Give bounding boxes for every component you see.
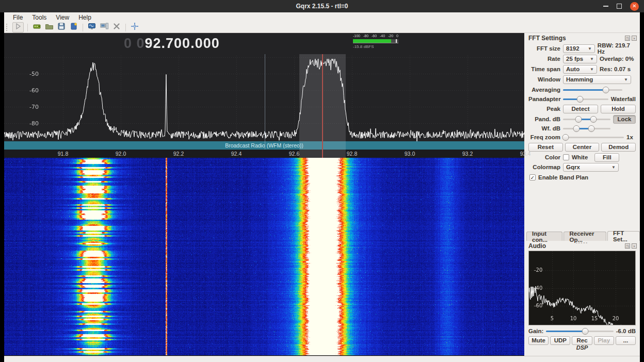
audio-options-button[interactable]: ... xyxy=(616,336,636,345)
audio-title: Audio xyxy=(528,242,623,250)
toolbar-separator xyxy=(27,24,28,31)
tab-input-controls[interactable]: Input con... xyxy=(526,232,562,241)
wf-db-range-slider[interactable] xyxy=(563,124,610,133)
toolbar-grip[interactable] xyxy=(6,24,9,31)
play-icon xyxy=(14,22,22,32)
chip-icon xyxy=(33,22,41,32)
signal-meter-value: -15.8 dBFS xyxy=(353,44,398,49)
freq-tick-label: 93.0 xyxy=(405,151,415,157)
signal-meter-peak-marker xyxy=(396,39,397,43)
freq-tick-label: 92.2 xyxy=(173,151,184,157)
window-select[interactable]: Hamming▼ xyxy=(563,75,631,84)
freq-tick-label: 92.0 xyxy=(116,151,126,157)
gain-label: Gain: xyxy=(528,328,543,334)
bandplan-bar[interactable]: Broadcast Radio (WFM (stereo)) xyxy=(4,141,524,150)
waterfall-display[interactable] xyxy=(4,158,524,355)
freq-tick-label: 93.2 xyxy=(462,151,473,157)
minimize-icon[interactable] xyxy=(603,6,608,7)
tools-button[interactable] xyxy=(111,23,122,32)
float-panel-icon[interactable]: ◳ xyxy=(625,36,630,41)
chevron-down-icon: ▼ xyxy=(624,77,628,82)
pand-db-range-slider[interactable] xyxy=(563,115,610,124)
remote-control-button[interactable] xyxy=(99,23,109,32)
color-label: Color xyxy=(528,154,560,160)
floppy-icon xyxy=(57,22,66,32)
tuning-line[interactable] xyxy=(322,54,323,158)
crossed-tools-icon xyxy=(112,22,121,32)
center-button[interactable] xyxy=(130,23,140,32)
open-button[interactable] xyxy=(44,23,54,32)
pand-db-lock-button[interactable]: Lock xyxy=(613,115,636,124)
freq-zoom-slider[interactable] xyxy=(563,133,624,142)
close-panel-icon[interactable]: × xyxy=(632,36,637,41)
signal-meter-scale: -100 -80 -60 -40 -20 0 xyxy=(353,34,398,38)
overlap-value: Overlap: 0% xyxy=(600,56,634,62)
spectrum-canvas[interactable] xyxy=(4,33,524,141)
rate-label: Rate xyxy=(528,56,560,62)
demod-button[interactable]: Demod xyxy=(601,143,636,152)
title-bar[interactable]: Gqrx 2.15.5 - rtl=0 ✕ xyxy=(0,0,644,12)
white-checkbox[interactable] xyxy=(563,154,569,160)
rate-select[interactable]: 25 fps▼ xyxy=(563,55,597,63)
enable-band-plan-checkbox[interactable]: ✓ xyxy=(529,174,536,180)
bookmark-icon xyxy=(70,22,78,32)
meter-tick: -20 xyxy=(388,34,393,38)
maximize-icon[interactable] xyxy=(617,4,622,9)
white-label: White xyxy=(572,154,588,160)
close-icon[interactable]: ✕ xyxy=(630,2,639,11)
menu-tools[interactable]: Tools xyxy=(27,12,51,22)
frequency-display[interactable]: 0 092.700.000 xyxy=(124,36,220,52)
reset-button[interactable]: Reset xyxy=(528,143,563,152)
signal-meter: -100 -80 -60 -40 -20 0 -15.8 dBFS xyxy=(353,34,398,49)
res-value: Res: 0.07 s xyxy=(600,66,631,72)
colormap-select[interactable]: Gqrx▼ xyxy=(563,163,619,172)
rec-button[interactable]: Rec xyxy=(572,336,592,345)
meter-tick: -100 xyxy=(353,34,360,38)
audio-gain-slider[interactable] xyxy=(546,327,613,336)
menu-view[interactable]: View xyxy=(51,12,74,22)
menu-help[interactable]: Help xyxy=(74,12,96,22)
udp-button[interactable]: UDP xyxy=(550,336,570,345)
tab-fft-settings[interactable]: FFT Set... xyxy=(607,231,640,241)
frequency-leading-zeros: 0 0 xyxy=(124,36,145,51)
menu-file[interactable]: File xyxy=(8,12,27,22)
dsp-display-button[interactable] xyxy=(87,23,97,32)
panadapter-label: Panadapter xyxy=(528,96,560,102)
audio-spectrum-canvas xyxy=(529,251,635,325)
gain-value: -6.0 dB xyxy=(616,328,636,334)
bookmark-button[interactable] xyxy=(69,23,79,32)
tab-receiver-options[interactable]: Receiver Op... xyxy=(564,232,606,241)
center-marker-line xyxy=(265,54,265,150)
chevron-down-icon: ▼ xyxy=(590,57,594,61)
fill-button[interactable]: Fill xyxy=(594,153,619,162)
play-button[interactable]: Play xyxy=(594,336,614,345)
time-span-label: Time span xyxy=(528,66,560,72)
peak-detect-button[interactable]: Detect xyxy=(563,105,598,113)
start-dsp-button[interactable] xyxy=(12,22,24,32)
display-wave-icon xyxy=(88,22,96,32)
freq-tick-label: 93.4 xyxy=(520,151,530,157)
chevron-down-icon: ▼ xyxy=(590,67,594,72)
panel-tabs: Input con... Receiver Op... FFT Set... xyxy=(526,231,640,241)
enable-band-plan-label: Enable Band Plan xyxy=(538,174,588,180)
mute-button[interactable]: Mute xyxy=(528,336,549,345)
meter-tick: -40 xyxy=(380,34,385,38)
fft-size-select[interactable]: 8192▼ xyxy=(563,44,595,53)
panadapter-plot[interactable]: 0 092.700.000 -100 -80 -60 -40 -20 0 -15… xyxy=(4,33,524,158)
float-panel-icon[interactable]: ◳ xyxy=(625,243,630,249)
freq-zoom-label: Freq zoom xyxy=(528,134,560,140)
panadapter-waterfall-slider[interactable] xyxy=(563,95,608,104)
averaging-slider[interactable] xyxy=(563,86,622,94)
dsp-label: DSP xyxy=(524,344,640,351)
close-panel-icon[interactable]: × xyxy=(632,243,637,249)
time-span-select[interactable]: Auto▼ xyxy=(563,65,597,74)
menu-bar: File Tools View Help xyxy=(4,12,640,22)
toolbar-separator xyxy=(125,24,126,31)
toolbar-separator xyxy=(83,24,83,31)
colormap-label: Colormap xyxy=(528,164,560,170)
frequency-axis: 91.892.092.292.492.692.893.093.293.4 xyxy=(4,150,524,158)
io-devices-button[interactable] xyxy=(31,23,42,32)
center-fft-button[interactable]: Center xyxy=(565,143,600,152)
peak-hold-button[interactable]: Hold xyxy=(601,105,636,113)
save-button[interactable] xyxy=(56,23,67,32)
